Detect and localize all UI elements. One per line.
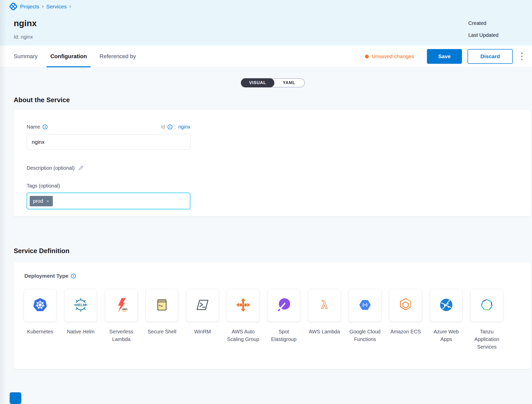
deployment-type-google-cloud-functions: Google Cloud Functions [349,289,381,351]
tab-bar: Summary Configuration Referenced by Unsa… [0,45,532,67]
discard-button[interactable]: Discard [468,49,513,64]
deployment-type-tanzu: Tanzu Application Services [471,289,503,351]
page-title: nginx [14,18,37,28]
visual-yaml-toggle: VISUAL YAML [241,78,305,87]
deployment-type-label-group: Deployment Type i [24,273,76,279]
serverless-lambda-card[interactable]: aws [105,289,138,322]
info-icon[interactable]: i [43,125,47,129]
google-cloud-functions-icon [357,297,373,314]
svg-text:aws: aws [122,307,127,310]
about-card: Name i Id i : nginx Description (optiona… [14,110,531,216]
created-label: Created [468,20,486,26]
deployment-type-winrm: WinRM [186,289,219,351]
breadcrumb: Projects › Services › [10,3,71,10]
id-row: Id i : nginx [161,124,190,130]
remove-tag-icon[interactable]: ✕ [46,199,49,203]
aws-asg-icon [235,297,251,314]
more-options-kebab-icon[interactable] [518,49,525,64]
tabs: Summary Configuration Referenced by [14,45,136,67]
info-icon[interactable]: i [168,125,172,129]
deployment-type-spot-elastigroup: Spot Elastigroup [268,289,300,351]
deployment-type-serverless-lambda: aws Serverless Lambda [105,289,138,351]
breadcrumb-services[interactable]: Services [46,4,67,10]
service-id-text: Id: nginx [14,34,33,40]
chevron-right-icon: › [42,4,44,10]
tab-referenced-by[interactable]: Referenced by [99,45,136,67]
amazon-ecs-card[interactable] [389,289,422,322]
toggle-yaml[interactable]: YAML [274,79,304,87]
google-cloud-functions-card[interactable] [349,289,381,322]
unsaved-dot-icon [365,55,369,58]
unsaved-changes-label: Unsaved changes [372,53,414,59]
name-input[interactable] [27,134,190,150]
breadcrumb-projects[interactable]: Projects [20,4,39,10]
id-colon: : [175,124,176,130]
id-label: Id [161,124,165,130]
kubernetes-card[interactable] [24,289,56,322]
spot-elastigroup-icon [276,297,292,314]
helm-icon: HELM [73,297,89,314]
azure-web-apps-icon [438,297,454,314]
deployment-type-label: Deployment Type [24,273,68,279]
winrm-icon [195,297,210,314]
chevron-right-icon: › [69,4,71,10]
about-the-service-heading: About the Service [14,96,70,104]
toolbar-actions: Unsaved changes Save Discard [365,45,525,67]
svg-text:λ: λ [321,299,328,311]
help-widget[interactable] [10,392,21,404]
secure-shell-card[interactable]: > [146,289,178,322]
description-row: Description (optional) [27,165,84,171]
page-header: Projects › Services › nginx Id: nginx Cr… [0,0,532,45]
winrm-card[interactable] [186,289,219,322]
deployment-type-aws-asg: AWS Auto Scaling Group [227,289,259,351]
service-definition-card: Deployment Type i Kubernetes [14,262,531,369]
deployment-type-secure-shell: > Secure Shell [146,289,178,351]
deployment-type-grid: Kubernetes HELM [24,289,503,351]
deployment-type-kubernetes: Kubernetes [24,289,56,351]
tags-label: Tags (optional) [27,183,60,189]
tab-configuration[interactable]: Configuration [50,45,87,67]
serverless-lambda-icon: aws [113,297,129,314]
secure-shell-icon: > [154,297,170,314]
deployment-type-amazon-ecs: Amazon ECS [389,289,422,351]
deployment-type-native-helm: HELM Native Helm [64,289,97,351]
native-helm-card[interactable]: HELM [64,289,97,322]
name-label-group: Name i [27,124,47,130]
kubernetes-icon [32,297,48,314]
save-button[interactable]: Save [427,49,462,64]
tab-summary[interactable]: Summary [14,45,38,67]
service-definition-heading: Service Definition [14,247,70,255]
harness-projects-logo-icon[interactable] [9,2,18,11]
tag-chip: prod ✕ [30,196,53,206]
deployment-type-aws-lambda: λ AWS Lambda [308,289,341,351]
amazon-ecs-icon [398,297,413,314]
svg-text:>: > [159,304,160,307]
info-icon[interactable]: i [71,274,76,278]
name-id-row: Name i Id i : nginx [27,124,190,130]
tag-text: prod [33,198,43,204]
edit-pencil-icon[interactable] [78,165,84,171]
last-updated-label: Last Updated [468,32,498,38]
svg-text:HELM: HELM [75,303,86,307]
aws-lambda-icon: λ [317,297,332,314]
aws-lambda-card[interactable]: λ [308,289,341,322]
spot-elastigroup-card[interactable] [268,289,300,322]
unsaved-changes-badge: Unsaved changes [365,53,414,59]
name-label: Name [27,124,40,130]
tanzu-card[interactable] [471,289,503,322]
id-value: nginx [178,124,190,130]
deployment-type-azure-web-apps: Azure Web Apps [430,289,462,351]
aws-asg-card[interactable] [227,289,259,322]
description-label: Description (optional) [27,165,75,171]
toggle-visual[interactable]: VISUAL [241,78,274,87]
azure-web-apps-card[interactable] [430,289,462,322]
tanzu-icon [479,297,495,314]
tags-input[interactable]: prod ✕ [27,193,190,209]
